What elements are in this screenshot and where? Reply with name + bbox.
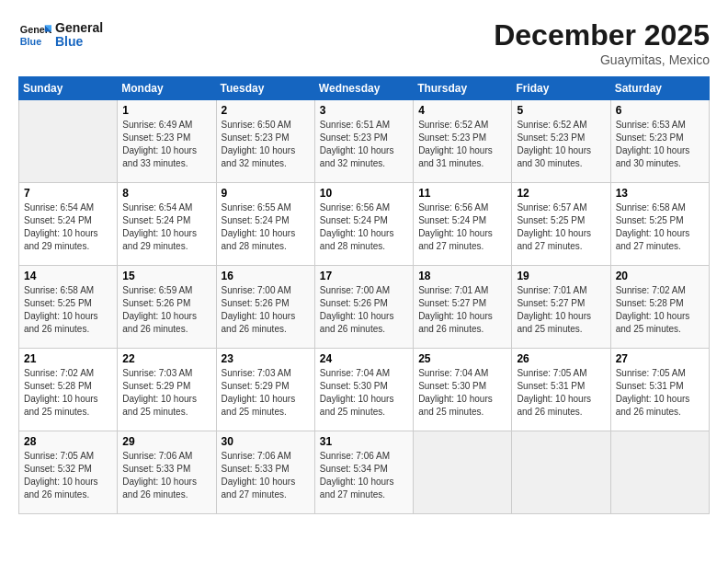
weekday-header: Tuesday (216, 77, 314, 100)
day-info: Sunrise: 7:05 AMSunset: 5:31 PMDaylight:… (616, 367, 704, 419)
day-info: Sunrise: 7:02 AMSunset: 5:28 PMDaylight:… (616, 284, 704, 336)
day-info: Sunrise: 7:03 AMSunset: 5:29 PMDaylight:… (222, 367, 310, 419)
page-header: General Blue General Blue December 2025 … (18, 18, 710, 67)
calendar-day-cell: 26 Sunrise: 7:05 AMSunset: 5:31 PMDaylig… (512, 349, 610, 431)
day-info: Sunrise: 6:58 AMSunset: 5:25 PMDaylight:… (24, 284, 112, 336)
calendar-day-cell: 3 Sunrise: 6:51 AMSunset: 5:23 PMDayligh… (314, 100, 413, 183)
calendar-day-cell: 30 Sunrise: 7:06 AMSunset: 5:33 PMDaylig… (216, 431, 314, 514)
calendar-day-cell: 18 Sunrise: 7:01 AMSunset: 5:27 PMDaylig… (414, 266, 512, 349)
logo-icon: General Blue (18, 18, 51, 52)
day-number: 14 (24, 270, 112, 282)
day-number: 22 (122, 352, 210, 365)
day-info: Sunrise: 7:05 AMSunset: 5:32 PMDaylight:… (24, 450, 112, 501)
calendar-day-cell: 14 Sunrise: 6:58 AMSunset: 5:25 PMDaylig… (19, 266, 118, 349)
logo: General Blue General Blue (18, 18, 103, 52)
calendar-day-cell: 4 Sunrise: 6:52 AMSunset: 5:23 PMDayligh… (414, 100, 512, 183)
day-info: Sunrise: 6:51 AMSunset: 5:23 PMDaylight:… (320, 119, 408, 170)
weekday-header: Thursday (414, 77, 512, 100)
calendar-week-row: 1 Sunrise: 6:49 AMSunset: 5:23 PMDayligh… (19, 100, 710, 183)
month-title: December 2025 (494, 18, 710, 52)
day-number: 23 (222, 352, 310, 365)
day-info: Sunrise: 7:00 AMSunset: 5:26 PMDaylight:… (222, 284, 310, 336)
day-info: Sunrise: 7:03 AMSunset: 5:29 PMDaylight:… (122, 367, 210, 419)
title-block: December 2025 Guaymitas, Mexico (494, 18, 710, 67)
day-info: Sunrise: 7:06 AMSunset: 5:33 PMDaylight:… (222, 450, 310, 501)
day-number: 19 (517, 270, 605, 282)
day-number: 1 (122, 104, 210, 117)
calendar-week-row: 14 Sunrise: 6:58 AMSunset: 5:25 PMDaylig… (19, 266, 710, 349)
day-info: Sunrise: 7:04 AMSunset: 5:30 PMDaylight:… (418, 367, 506, 419)
calendar-day-cell: 16 Sunrise: 7:00 AMSunset: 5:26 PMDaylig… (216, 266, 314, 349)
day-info: Sunrise: 6:53 AMSunset: 5:23 PMDaylight:… (616, 119, 704, 170)
day-number: 6 (616, 104, 704, 117)
day-number: 31 (320, 435, 408, 448)
calendar-day-cell: 25 Sunrise: 7:04 AMSunset: 5:30 PMDaylig… (414, 349, 512, 431)
weekday-header: Wednesday (314, 77, 413, 100)
location: Guaymitas, Mexico (494, 52, 710, 67)
day-info: Sunrise: 6:52 AMSunset: 5:23 PMDaylight:… (418, 119, 506, 170)
day-info: Sunrise: 6:58 AMSunset: 5:25 PMDaylight:… (616, 201, 704, 253)
calendar-week-row: 7 Sunrise: 6:54 AMSunset: 5:24 PMDayligh… (19, 183, 710, 266)
weekday-header: Sunday (19, 77, 118, 100)
calendar-day-cell: 20 Sunrise: 7:02 AMSunset: 5:28 PMDaylig… (610, 266, 709, 349)
day-info: Sunrise: 6:52 AMSunset: 5:23 PMDaylight:… (517, 119, 605, 170)
calendar-day-cell: 23 Sunrise: 7:03 AMSunset: 5:29 PMDaylig… (216, 349, 314, 431)
day-info: Sunrise: 7:01 AMSunset: 5:27 PMDaylight:… (517, 284, 605, 336)
day-number: 13 (616, 187, 704, 200)
calendar-day-cell: 12 Sunrise: 6:57 AMSunset: 5:25 PMDaylig… (512, 183, 610, 266)
day-info: Sunrise: 7:02 AMSunset: 5:28 PMDaylight:… (24, 367, 112, 419)
day-number: 16 (222, 270, 310, 282)
day-info: Sunrise: 7:00 AMSunset: 5:26 PMDaylight:… (320, 284, 408, 336)
day-number: 26 (517, 352, 605, 365)
weekday-header: Friday (512, 77, 610, 100)
day-number: 18 (418, 270, 506, 282)
day-number: 2 (222, 104, 310, 117)
day-number: 12 (517, 187, 605, 200)
logo-line1: General (55, 21, 103, 35)
day-number: 20 (616, 270, 704, 282)
calendar-day-cell: 11 Sunrise: 6:56 AMSunset: 5:24 PMDaylig… (414, 183, 512, 266)
calendar-day-cell: 29 Sunrise: 7:06 AMSunset: 5:33 PMDaylig… (118, 431, 216, 514)
day-info: Sunrise: 6:59 AMSunset: 5:26 PMDaylight:… (122, 284, 210, 336)
calendar-day-cell: 9 Sunrise: 6:55 AMSunset: 5:24 PMDayligh… (216, 183, 314, 266)
day-number: 21 (24, 352, 112, 365)
day-number: 24 (320, 352, 408, 365)
calendar-table: SundayMondayTuesdayWednesdayThursdayFrid… (18, 76, 710, 514)
day-number: 27 (616, 352, 704, 365)
day-info: Sunrise: 6:55 AMSunset: 5:24 PMDaylight:… (222, 201, 310, 253)
day-number: 28 (24, 435, 112, 448)
calendar-day-cell: 27 Sunrise: 7:05 AMSunset: 5:31 PMDaylig… (610, 349, 709, 431)
calendar-day-cell: 1 Sunrise: 6:49 AMSunset: 5:23 PMDayligh… (118, 100, 216, 183)
day-number: 17 (320, 270, 408, 282)
calendar-day-cell (19, 100, 118, 183)
calendar-day-cell: 5 Sunrise: 6:52 AMSunset: 5:23 PMDayligh… (512, 100, 610, 183)
day-number: 3 (320, 104, 408, 117)
day-info: Sunrise: 6:56 AMSunset: 5:24 PMDaylight:… (320, 201, 408, 253)
calendar-day-cell: 19 Sunrise: 7:01 AMSunset: 5:27 PMDaylig… (512, 266, 610, 349)
day-info: Sunrise: 6:54 AMSunset: 5:24 PMDaylight:… (122, 201, 210, 253)
calendar-day-cell: 17 Sunrise: 7:00 AMSunset: 5:26 PMDaylig… (314, 266, 413, 349)
calendar-day-cell (414, 431, 512, 514)
calendar-day-cell (610, 431, 709, 514)
day-number: 8 (122, 187, 210, 200)
calendar-week-row: 28 Sunrise: 7:05 AMSunset: 5:32 PMDaylig… (19, 431, 710, 514)
day-number: 7 (24, 187, 112, 200)
day-info: Sunrise: 7:04 AMSunset: 5:30 PMDaylight:… (320, 367, 408, 419)
day-number: 4 (418, 104, 506, 117)
calendar-day-cell: 7 Sunrise: 6:54 AMSunset: 5:24 PMDayligh… (19, 183, 118, 266)
calendar-day-cell: 31 Sunrise: 7:06 AMSunset: 5:34 PMDaylig… (314, 431, 413, 514)
calendar-day-cell: 24 Sunrise: 7:04 AMSunset: 5:30 PMDaylig… (314, 349, 413, 431)
calendar-day-cell: 8 Sunrise: 6:54 AMSunset: 5:24 PMDayligh… (118, 183, 216, 266)
day-info: Sunrise: 7:01 AMSunset: 5:27 PMDaylight:… (418, 284, 506, 336)
logo-line2: Blue (55, 35, 103, 49)
day-number: 30 (222, 435, 310, 448)
weekday-header-row: SundayMondayTuesdayWednesdayThursdayFrid… (19, 77, 710, 100)
day-info: Sunrise: 6:56 AMSunset: 5:24 PMDaylight:… (418, 201, 506, 253)
day-number: 29 (122, 435, 210, 448)
day-info: Sunrise: 6:54 AMSunset: 5:24 PMDaylight:… (24, 201, 112, 253)
day-info: Sunrise: 7:06 AMSunset: 5:33 PMDaylight:… (122, 450, 210, 501)
day-info: Sunrise: 7:06 AMSunset: 5:34 PMDaylight:… (320, 450, 408, 501)
day-info: Sunrise: 6:50 AMSunset: 5:23 PMDaylight:… (222, 119, 310, 170)
calendar-day-cell: 2 Sunrise: 6:50 AMSunset: 5:23 PMDayligh… (216, 100, 314, 183)
day-info: Sunrise: 6:49 AMSunset: 5:23 PMDaylight:… (122, 119, 210, 170)
